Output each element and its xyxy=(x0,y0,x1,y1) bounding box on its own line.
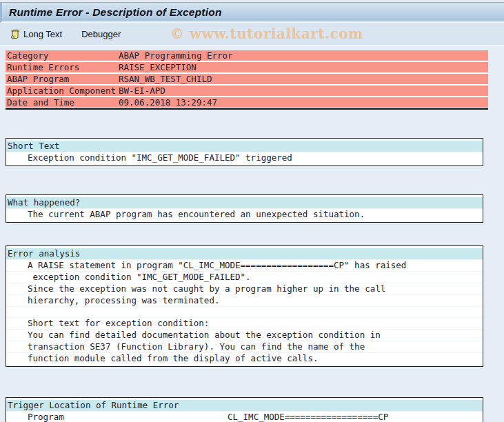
section-error-analysis: Error analysis A RAISE statement in prog… xyxy=(6,245,483,367)
row-label: Category xyxy=(7,50,119,61)
toolbar: Long Text Debugger © www.tutorialkart.co… xyxy=(0,23,504,46)
error-summary-table: Category ABAP Programming Error Runtime … xyxy=(6,50,488,108)
section-line: Short text for exception condition: xyxy=(6,317,483,329)
row-label: Program xyxy=(28,412,228,422)
table-row: Category ABAP Programming Error xyxy=(6,50,488,61)
section-line: hierarchy, processing was terminated. xyxy=(6,294,483,306)
section-line: Program CL_IMC_MODE==================CP xyxy=(6,411,483,422)
row-value: CL_IMC_MODE==================CP xyxy=(228,412,388,422)
section-title: Trigger Location of Runtime Error xyxy=(6,400,483,411)
section-title: Error analysis xyxy=(6,248,483,259)
section-line: Exception condition "IMC_GET_MODE_FAILED… xyxy=(6,152,483,163)
section-line: exception condition "IMC_GET_MODE_FAILED… xyxy=(6,271,483,283)
row-value: ABAP Programming Error xyxy=(119,50,233,61)
debugger-label: Debugger xyxy=(81,29,121,39)
row-label: Date and Time xyxy=(7,97,119,108)
section-line: You can find detailed documentation abou… xyxy=(6,329,483,341)
section-line: Since the exception was not caught by a … xyxy=(6,283,483,294)
section-short-text: Short Text Exception condition "IMC_GET_… xyxy=(6,138,483,166)
row-value: RAISE_EXCEPTION xyxy=(119,62,196,72)
row-value: RSAN_WB_TEST_CHILD xyxy=(119,74,212,84)
section-line: The current ABAP program has encountered… xyxy=(6,208,483,220)
section-trigger-location: Trigger Location of Runtime Error Progra… xyxy=(6,397,483,422)
table-row: Application Component BW-EI-APD xyxy=(6,86,488,96)
section-title: What happened? xyxy=(6,197,483,208)
section-title: Short Text xyxy=(6,141,483,152)
section-line: transaction SE37 (Function Library). You… xyxy=(6,341,483,352)
sap-window: Runtime Error - Description of Exception… xyxy=(0,0,504,422)
section-what-happened: What happened? The current ABAP program … xyxy=(6,194,483,223)
table-row: Date and Time 09.06.2018 13:29:47 xyxy=(6,97,488,108)
watermark: © www.tutorialkart.com xyxy=(170,26,363,42)
row-label: Runtime Errors xyxy=(7,62,119,72)
debugger-button[interactable]: Debugger xyxy=(77,26,125,42)
scroll-icon xyxy=(10,29,20,39)
content: Category ABAP Programming Error Runtime … xyxy=(0,46,504,422)
table-row: Runtime Errors RAISE_EXCEPTION xyxy=(6,62,488,72)
long-text-label: Long Text xyxy=(23,29,62,39)
row-label: ABAP Program xyxy=(7,74,119,84)
row-value: 09.06.2018 13:29:47 xyxy=(119,97,217,108)
section-line: function module called from the display … xyxy=(6,352,483,364)
titlebar: Runtime Error - Description of Exception xyxy=(0,3,504,23)
table-row: ABAP Program RSAN_WB_TEST_CHILD xyxy=(6,74,488,84)
row-label: Application Component xyxy=(7,86,119,96)
section-line xyxy=(6,306,483,317)
page-title: Runtime Error - Description of Exception xyxy=(9,6,222,19)
section-line: A RAISE statement in program "CL_IMC_MOD… xyxy=(6,259,483,271)
long-text-button[interactable]: Long Text xyxy=(6,26,66,42)
row-value: BW-EI-APD xyxy=(119,86,165,96)
divider xyxy=(6,108,488,110)
